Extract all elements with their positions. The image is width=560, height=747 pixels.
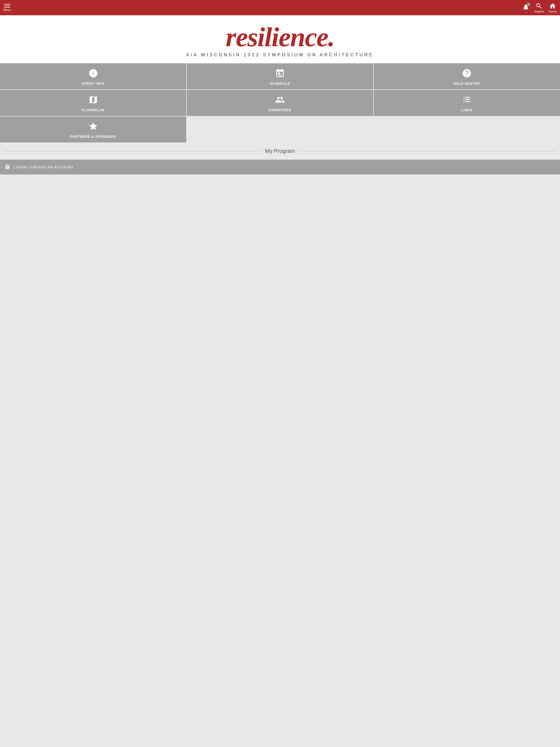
search-button[interactable]: Search [534, 2, 544, 13]
partners-sponsors-button[interactable]: PARTNERS & SPONSORS [0, 117, 186, 143]
lock-icon [4, 163, 10, 171]
exhibitors-button[interactable]: EXHIBITORS [187, 90, 373, 116]
links-label: LINKS [461, 108, 473, 112]
bell-wrapper: 0 [522, 4, 529, 12]
grid-row-3: PARTNERS & SPONSORS [0, 117, 560, 143]
notification-badge: 0 [527, 2, 531, 6]
bottom-spacer [0, 175, 560, 284]
home-icon [549, 2, 556, 9]
svg-text:31: 31 [279, 73, 282, 76]
login-button[interactable]: LOGIN / CREATE AN ACCOUNT [0, 160, 560, 175]
floorplan-button[interactable]: FLOORPLAN [0, 90, 186, 116]
info-icon [88, 68, 98, 80]
home-label: Home [549, 10, 557, 13]
help-center-label: HELP CENTER [454, 82, 480, 85]
home-button[interactable]: Home [549, 2, 557, 13]
menu-label: Menu [3, 8, 11, 11]
notification-button[interactable]: 0 [522, 4, 529, 12]
map-icon [88, 95, 98, 106]
star-icon [88, 121, 98, 133]
menu-button[interactable]: Menu [3, 4, 11, 11]
nav-right-items: 0 Search Home [522, 2, 557, 13]
my-program-section: My Program [0, 143, 560, 160]
search-icon [535, 2, 542, 9]
schedule-label: SCHEDULE [270, 82, 290, 85]
schedule-button[interactable]: 31 SCHEDULE [187, 63, 373, 89]
hero-section: resilience. AIA WISCONSIN 2022 SYMPOSIUM… [0, 15, 560, 63]
people-icon [275, 95, 285, 106]
event-info-button[interactable]: EVENT INFO [0, 63, 186, 89]
my-program-line-left [4, 151, 261, 151]
partners-sponsors-label: PARTNERS & SPONSORS [70, 135, 116, 138]
top-navigation: Menu 0 Search Home [0, 0, 560, 15]
my-program-label: My Program [261, 148, 299, 154]
exhibitors-label: EXHIBITORS [269, 108, 291, 112]
grid-row-2: FLOORPLAN EXHIBITORS LINKS [0, 90, 560, 116]
search-label: Search [534, 10, 544, 13]
question-icon [462, 68, 472, 80]
list-icon [462, 95, 472, 106]
hamburger-icon [4, 4, 10, 8]
grid-row-1: EVENT INFO 31 SCHEDULE HELP CENTER [0, 63, 560, 89]
event-title: resilience. [5, 24, 555, 51]
event-info-label: EVENT INFO [82, 82, 104, 85]
calendar-icon: 31 [275, 68, 285, 80]
help-center-button[interactable]: HELP CENTER [374, 63, 560, 89]
links-button[interactable]: LINKS [374, 90, 560, 116]
my-program-line-right [299, 151, 556, 151]
login-label: LOGIN / CREATE AN ACCOUNT [14, 165, 74, 169]
event-subtitle: AIA WISCONSIN 2022 SYMPOSIUM ON ARCHITEC… [5, 52, 555, 57]
floorplan-label: FLOORPLAN [82, 108, 105, 112]
